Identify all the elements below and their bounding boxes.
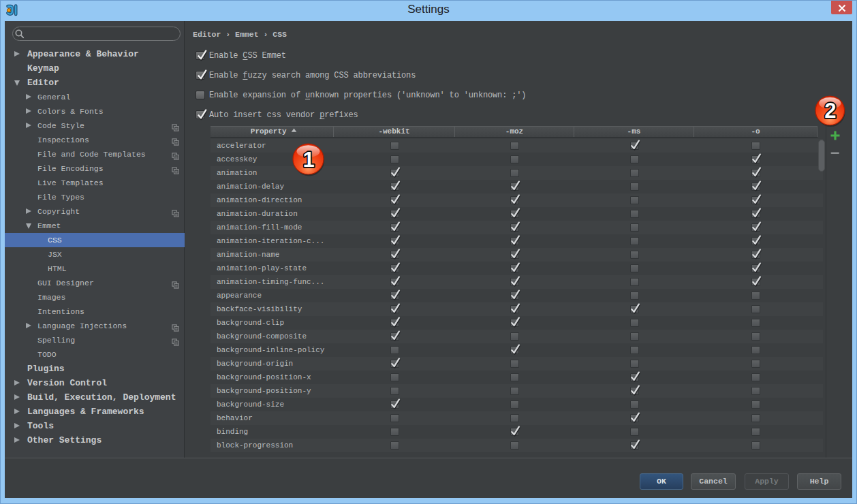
svg-text:1: 1	[302, 147, 314, 171]
svg-text:2: 2	[824, 99, 836, 123]
